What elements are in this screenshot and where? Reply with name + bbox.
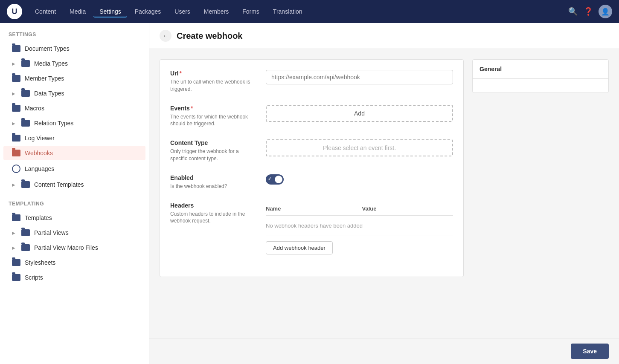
folder-icon <box>12 135 20 142</box>
avatar[interactable]: 👤 <box>599 5 612 18</box>
content-area: Url* The url to call when the webhook is… <box>149 49 619 338</box>
folder-icon <box>21 60 30 67</box>
page-header: ← Create webhook <box>149 23 619 49</box>
enabled-toggle-wrap: ✓ <box>266 174 453 185</box>
enabled-toggle[interactable]: ✓ <box>266 174 284 185</box>
headers-grid: Name Value No webhook headers have been … <box>266 202 453 236</box>
sidebar-item-label: Data Types <box>34 90 64 97</box>
enabled-label: Enabled <box>170 174 256 181</box>
nav-packages[interactable]: Packages <box>129 6 167 17</box>
sidebar-item-label: Partial Views <box>34 229 69 236</box>
sidebar-item-label: Stylesheets <box>25 259 55 266</box>
sidebar-item-data-types[interactable]: ▶ Data Types <box>3 86 145 101</box>
sidebar-item-webhooks[interactable]: Webhooks <box>3 146 145 160</box>
side-panel-body <box>473 79 608 92</box>
headers-desc: Custom headers to include in the webhook… <box>170 211 256 225</box>
content-type-row: Content Type Only trigger the webhook fo… <box>170 139 453 162</box>
events-desc: The events for which the webhook should … <box>170 113 256 128</box>
content-type-label: Content Type <box>170 139 256 146</box>
folder-icon <box>12 214 20 221</box>
sidebar-item-content-templates[interactable]: ▶ Content Templates <box>3 177 145 192</box>
events-add-button[interactable]: Add <box>266 105 453 122</box>
page-title: Create webhook <box>177 31 242 41</box>
nav-forms[interactable]: Forms <box>236 6 265 17</box>
sidebar-item-label: Document Types <box>25 45 70 52</box>
sidebar-item-partial-view-macro-files[interactable]: ▶ Partial View Macro Files <box>3 240 145 255</box>
headers-columns: Name Value <box>266 202 453 216</box>
sidebar-item-label: Media Types <box>34 60 68 67</box>
sidebar-item-partial-views[interactable]: ▶ Partial Views <box>3 225 145 240</box>
content-type-placeholder: Please select an event first. <box>266 139 453 156</box>
toggle-thumb <box>275 176 282 183</box>
folder-icon <box>21 120 30 127</box>
folder-icon <box>21 244 30 251</box>
sidebar-item-macros[interactable]: Macros <box>3 101 145 116</box>
sidebar-item-member-types[interactable]: Member Types <box>3 71 145 86</box>
add-header-button[interactable]: Add webhook header <box>266 241 333 254</box>
sidebar-item-label: Log Viewer <box>25 135 55 142</box>
url-label: Url* <box>170 70 256 77</box>
content-type-input-col: Please select an event first. <box>266 139 453 162</box>
url-desc: The url to call when the webhook is trig… <box>170 78 256 93</box>
folder-icon <box>12 45 20 52</box>
folder-icon <box>21 229 30 236</box>
folder-icon <box>12 105 20 112</box>
nav-members[interactable]: Members <box>198 6 235 17</box>
headers-label: Headers <box>170 202 256 209</box>
nav-translation[interactable]: Translation <box>267 6 308 17</box>
side-panel-title: General <box>473 60 608 79</box>
side-panel: General <box>472 59 609 93</box>
chevron-icon: ▶ <box>12 121 15 126</box>
save-button[interactable]: Save <box>571 344 609 359</box>
sidebar-item-templates[interactable]: Templates <box>3 211 145 225</box>
headers-label-col: Headers Custom headers to include in the… <box>170 202 256 254</box>
sidebar-item-label: Scripts <box>25 274 43 281</box>
sidebar-item-label: Macros <box>25 105 44 112</box>
sidebar-item-document-types[interactable]: Document Types <box>3 41 145 56</box>
content-type-desc: Only trigger the webhook for a specific … <box>170 148 256 162</box>
back-button[interactable]: ← <box>160 30 171 42</box>
enabled-desc: Is the webhook enabled? <box>170 183 256 190</box>
enabled-label-col: Enabled Is the webhook enabled? <box>170 174 256 190</box>
sidebar-item-scripts[interactable]: Scripts <box>3 270 145 285</box>
help-icon[interactable]: ❓ <box>581 5 595 18</box>
main-content: ← Create webhook Url* The url to call wh… <box>149 23 619 364</box>
headers-col-name: Name <box>266 205 357 212</box>
folder-icon <box>21 90 30 97</box>
chevron-icon: ▶ <box>12 91 15 96</box>
events-input-col: Add <box>266 105 453 128</box>
url-row: Url* The url to call when the webhook is… <box>170 70 453 93</box>
nav-settings[interactable]: Settings <box>93 6 127 17</box>
search-icon[interactable]: 🔍 <box>566 5 580 18</box>
enabled-row: Enabled Is the webhook enabled? ✓ <box>170 174 453 190</box>
events-row: Events* The events for which the webhook… <box>170 105 453 128</box>
globe-icon <box>12 165 20 173</box>
url-label-col: Url* The url to call when the webhook is… <box>170 70 256 93</box>
chevron-icon: ▶ <box>12 231 15 235</box>
sidebar-item-label: Partial View Macro Files <box>34 244 98 251</box>
headers-row: Headers Custom headers to include in the… <box>170 202 453 254</box>
content-type-label-col: Content Type Only trigger the webhook fo… <box>170 139 256 162</box>
sidebar-item-relation-types[interactable]: ▶ Relation Types <box>3 116 145 130</box>
enabled-input-col: ✓ <box>266 174 453 190</box>
footer: Save <box>149 338 619 364</box>
events-label: Events* <box>170 105 256 112</box>
events-label-col: Events* The events for which the webhook… <box>170 105 256 128</box>
headers-col-value: Value <box>362 205 453 212</box>
sidebar: Settings Document Types ▶ Media Types Me… <box>0 23 149 364</box>
form-panel: Url* The url to call when the webhook is… <box>160 59 464 277</box>
sidebar-item-label: Languages <box>25 165 54 172</box>
nav-content[interactable]: Content <box>29 6 62 17</box>
chevron-icon: ▶ <box>12 182 15 187</box>
sidebar-item-label: Relation Types <box>34 120 73 127</box>
nav-media[interactable]: Media <box>64 6 92 17</box>
sidebar-item-media-types[interactable]: ▶ Media Types <box>3 56 145 71</box>
sidebar-item-languages[interactable]: Languages <box>3 161 145 177</box>
sidebar-item-stylesheets[interactable]: Stylesheets <box>3 255 145 270</box>
logo[interactable]: U <box>7 4 22 19</box>
nav-users[interactable]: Users <box>169 6 196 17</box>
headers-empty-message: No webhook headers have been added <box>266 216 453 236</box>
url-input[interactable] <box>266 70 453 84</box>
sidebar-item-log-viewer[interactable]: Log Viewer <box>3 131 145 145</box>
settings-section-title: Settings <box>0 23 149 41</box>
